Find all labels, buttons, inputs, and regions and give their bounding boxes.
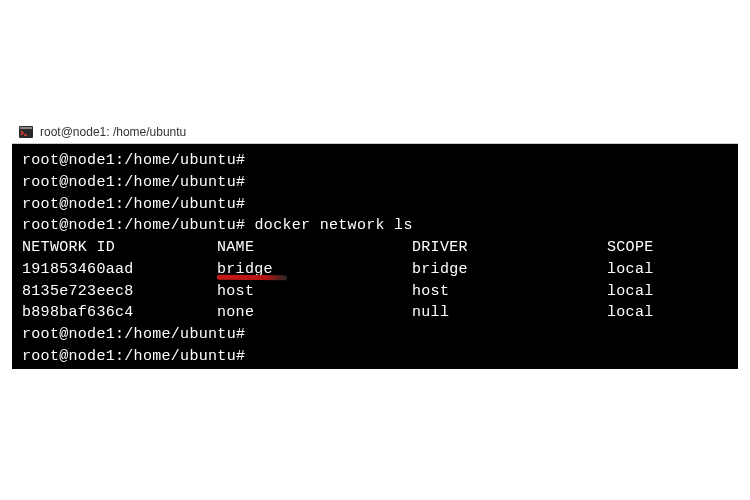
container: root@node1: /home/ubuntu root@node1:/hom… — [0, 0, 750, 500]
table-header: NETWORK IDNAMEDRIVERSCOPE — [22, 237, 728, 259]
cell-scope: local — [607, 259, 728, 281]
header-scope: SCOPE — [607, 237, 728, 259]
cell-scope: local — [607, 281, 728, 303]
command-line: root@node1:/home/ubuntu# docker network … — [22, 215, 728, 237]
prompt: root@node1:/home/ubuntu# — [22, 217, 245, 234]
cell-id: 8135e723eec8 — [22, 281, 217, 303]
header-network-id: NETWORK ID — [22, 237, 217, 259]
header-driver: DRIVER — [412, 237, 607, 259]
prompt: root@node1:/home/ubuntu# — [22, 152, 245, 169]
prompt: root@node1:/home/ubuntu# — [22, 326, 245, 343]
prompt-line: root@node1:/home/ubuntu# — [22, 324, 728, 346]
table-row: 8135e723eec8hosthostlocal — [22, 281, 728, 303]
header-name: NAME — [217, 237, 412, 259]
prompt-line-partial: root@node1:/home/ubuntu# — [22, 346, 728, 368]
prompt: root@node1:/home/ubuntu# — [22, 348, 245, 365]
terminal-body[interactable]: root@node1:/home/ubuntu# root@node1:/hom… — [12, 144, 738, 369]
cell-id: b898baf636c4 — [22, 302, 217, 324]
cell-name: bridge — [217, 259, 412, 281]
cell-driver: bridge — [412, 259, 607, 281]
prompt-line: root@node1:/home/ubuntu# — [22, 150, 728, 172]
cell-driver: host — [412, 281, 607, 303]
prompt: root@node1:/home/ubuntu# — [22, 174, 245, 191]
table-row: b898baf636c4nonenulllocal — [22, 302, 728, 324]
terminal-icon — [18, 124, 34, 140]
cell-id: 191853460aad — [22, 259, 217, 281]
cell-name: none — [217, 302, 412, 324]
cell-driver: null — [412, 302, 607, 324]
prompt: root@node1:/home/ubuntu# — [22, 196, 245, 213]
title-bar: root@node1: /home/ubuntu — [12, 120, 738, 144]
command-text: docker network ls — [255, 217, 413, 234]
terminal-window: root@node1: /home/ubuntu root@node1:/hom… — [12, 120, 738, 369]
prompt-line: root@node1:/home/ubuntu# — [22, 194, 728, 216]
prompt-line: root@node1:/home/ubuntu# — [22, 172, 728, 194]
table-row: 191853460aadbridgebridgelocal — [22, 259, 728, 281]
svg-rect-1 — [20, 127, 32, 129]
window-title: root@node1: /home/ubuntu — [40, 125, 186, 139]
cell-scope: local — [607, 302, 728, 324]
cell-name: host — [217, 281, 412, 303]
